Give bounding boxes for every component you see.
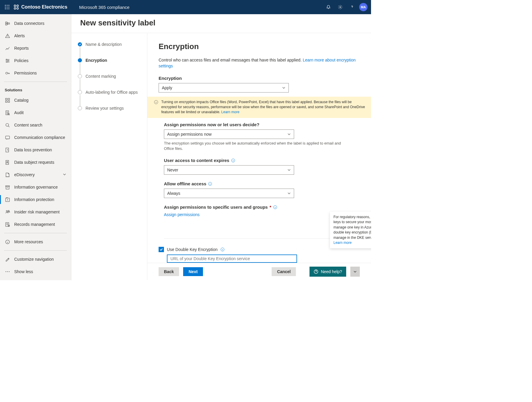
- step-indicator: [78, 106, 82, 110]
- need-help-chevron[interactable]: [350, 267, 360, 277]
- dke-label: Use Double Key Encryption: [167, 247, 217, 252]
- svg-rect-23: [5, 101, 7, 102]
- help-icon[interactable]: [346, 1, 358, 13]
- alerts-icon: [5, 33, 10, 38]
- assign-permissions-link[interactable]: Assign permissions: [164, 212, 200, 217]
- chevron-down-icon: [63, 172, 66, 177]
- sidebar-item-label: Catalog: [14, 98, 28, 103]
- user-access-expires-select[interactable]: Never: [164, 165, 294, 175]
- sidebar-item-policies[interactable]: Policies: [0, 54, 71, 67]
- info-icon[interactable]: [273, 205, 277, 209]
- svg-rect-21: [5, 98, 7, 100]
- sidebar-item-insider-risk-management[interactable]: Insider risk management: [0, 206, 71, 218]
- sidebar-item-label: Reports: [14, 46, 29, 51]
- next-button[interactable]: Next: [183, 267, 203, 276]
- svg-point-5: [9, 7, 9, 8]
- sidebar-item-information-protection[interactable]: Information protection: [0, 193, 71, 206]
- sidebar-item-label: Communication compliance: [14, 135, 65, 140]
- svg-rect-29: [6, 148, 9, 152]
- sidebar-item-alerts[interactable]: Alerts: [0, 30, 71, 42]
- info-message: Turning on encryption impacts Office fil…: [147, 97, 371, 118]
- svg-point-0: [5, 5, 6, 6]
- brand-name: Contoso Electronics: [21, 4, 67, 10]
- sidebar-item-permissions[interactable]: Permissions: [0, 67, 71, 79]
- sidebar-item-content-search[interactable]: Content search: [0, 119, 71, 131]
- svg-point-10: [17, 5, 19, 7]
- form-title: Encryption: [159, 42, 360, 51]
- sidebar-item-label: Data subject requests: [14, 160, 54, 165]
- dke-checkbox[interactable]: [159, 247, 164, 252]
- data-subject-requests-icon: [5, 160, 10, 165]
- page-title: New sensitivity label: [71, 14, 371, 33]
- svg-point-20: [6, 72, 7, 74]
- chevron-down-icon: [287, 192, 291, 195]
- svg-point-35: [6, 210, 8, 212]
- cancel-button[interactable]: Cancel: [272, 267, 296, 276]
- assign-permissions-select[interactable]: Assign permissions now: [164, 129, 294, 139]
- sidebar-item-more-resources[interactable]: More resources: [0, 236, 71, 248]
- communication-compliance-icon: [5, 135, 10, 140]
- sidebar-item-label: Permissions: [14, 71, 37, 75]
- wizard-footer: Back Next Cancel Need help?: [147, 263, 371, 280]
- divider: [4, 82, 67, 82]
- allow-offline-select[interactable]: Always: [164, 189, 294, 198]
- sidebar-item-records-management[interactable]: Records management: [0, 218, 71, 231]
- info-icon[interactable]: [231, 158, 235, 163]
- records-management-icon: [5, 222, 10, 227]
- sidebar-item-label: eDiscovery: [14, 172, 35, 177]
- sidebar-item-data-connectors[interactable]: Data connectors: [0, 17, 71, 30]
- app-name: Microsoft 365 compliance: [79, 5, 130, 10]
- settings-icon[interactable]: [334, 1, 346, 13]
- svg-point-6: [5, 9, 6, 9]
- sidebar-item-audit[interactable]: Audit: [0, 106, 71, 119]
- dke-tooltip: For regulatory reasons, you can use two …: [330, 212, 371, 248]
- form-description: Control who can access files and email m…: [159, 57, 360, 69]
- user-access-expires-label: User access to content expires: [164, 158, 360, 163]
- sidebar-item-catalog[interactable]: Catalog: [0, 94, 71, 106]
- show-less-icon: [5, 271, 10, 273]
- svg-point-13: [340, 7, 341, 8]
- svg-point-3: [5, 7, 6, 8]
- wizard-step[interactable]: Encryption: [78, 58, 141, 74]
- sidebar-item-show-less[interactable]: Show less: [0, 265, 71, 278]
- sidebar-item-ediscovery[interactable]: eDiscovery: [0, 168, 71, 181]
- waffle-icon[interactable]: [2, 2, 12, 12]
- chevron-down-icon: [282, 86, 286, 90]
- step-label: Encryption: [86, 58, 107, 63]
- notifications-icon[interactable]: [323, 1, 334, 13]
- svg-point-19: [6, 61, 7, 62]
- sidebar-item-customize-navigation[interactable]: Customize navigation: [0, 253, 71, 265]
- need-help-button[interactable]: Need help?: [309, 267, 346, 277]
- svg-point-4: [7, 7, 8, 8]
- sidebar-item-data-subject-requests[interactable]: Data subject requests: [0, 156, 71, 168]
- back-button[interactable]: Back: [159, 267, 179, 276]
- info-icon[interactable]: [208, 182, 212, 186]
- wizard-step[interactable]: Auto-labeling for Office apps: [78, 90, 141, 106]
- sidebar-item-label: Show less: [14, 269, 33, 274]
- svg-point-7: [7, 9, 8, 9]
- assign-helper-text: The encryption settings you choose will …: [164, 141, 341, 151]
- wizard-step[interactable]: Content marking: [78, 74, 141, 90]
- sidebar-item-reports[interactable]: Reports: [0, 42, 71, 54]
- wizard-step[interactable]: Name & description: [78, 42, 141, 58]
- sidebar-item-label: Audit: [14, 110, 24, 115]
- allow-offline-label: Allow offline access: [164, 181, 360, 186]
- data-loss-prevention-icon: [5, 147, 10, 153]
- encryption-select[interactable]: Apply: [159, 83, 289, 93]
- divider: [4, 233, 67, 233]
- svg-rect-33: [6, 187, 9, 189]
- info-icon[interactable]: [220, 247, 225, 252]
- information-governance-icon: [5, 185, 10, 190]
- info-icon: [154, 100, 158, 104]
- learn-more-link[interactable]: Learn more: [333, 241, 352, 245]
- learn-more-link[interactable]: Learn more: [221, 110, 239, 114]
- sidebar-item-information-governance[interactable]: Information governance: [0, 181, 71, 193]
- sidebar-item-data-loss-prevention[interactable]: Data loss prevention: [0, 144, 71, 156]
- sidebar-item-communication-compliance[interactable]: Communication compliance: [0, 131, 71, 144]
- svg-point-41: [9, 271, 9, 272]
- sidebar-item-label: Content search: [14, 123, 42, 127]
- avatar[interactable]: MA: [359, 3, 367, 11]
- wizard-step[interactable]: Review your settings: [78, 106, 141, 111]
- dke-url-input[interactable]: [167, 255, 297, 263]
- sidebar-item-label: Insider risk management: [14, 210, 59, 214]
